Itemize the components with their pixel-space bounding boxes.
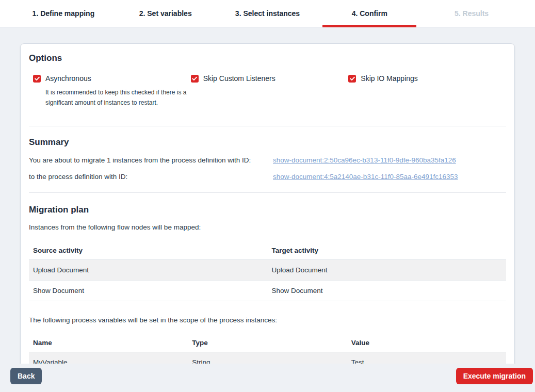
column-header-value: Value: [347, 335, 506, 352]
tab-label: 3. Select instances: [235, 9, 300, 18]
options-section: Options Asynchronous It is recommended t…: [29, 53, 506, 126]
table-cell: Show Document: [29, 281, 268, 301]
table-cell: Show Document: [268, 281, 507, 301]
option-asynchronous: Asynchronous It is recommended to keep t…: [33, 74, 191, 108]
variables-intro: The following process variables will be …: [29, 316, 506, 324]
options-grid: Asynchronous It is recommended to keep t…: [29, 74, 506, 108]
table-row: Show Document Show Document: [29, 281, 506, 301]
tab-set-variables[interactable]: 2. Set variables: [115, 0, 217, 27]
table-cell: Upload Document: [268, 260, 507, 281]
tab-label: 5. Results: [455, 9, 489, 18]
wizard-step-nav: 1. Define mapping 2. Set variables 3. Se…: [0, 0, 535, 27]
migration-plan-intro: Instances from the following flow nodes …: [29, 223, 506, 231]
tab-confirm[interactable]: 4. Confirm: [318, 0, 420, 27]
summary-row-target: to the process definition with ID: show-…: [29, 173, 506, 181]
tab-label: 4. Confirm: [352, 9, 387, 18]
summary-row-source: You are about to migrate 1 instances fro…: [29, 156, 506, 164]
target-definition-link[interactable]: show-document:4:5a2140ae-b31c-11f0-85aa-…: [273, 173, 458, 181]
table-cell: MyVariable: [29, 352, 188, 364]
skip-custom-listeners-checkbox[interactable]: Skip Custom Listeners: [191, 74, 349, 83]
option-skip-custom-listeners: Skip Custom Listeners: [191, 74, 349, 108]
activity-mapping-table: Source activity Target activity Upload D…: [29, 242, 506, 301]
variables-table: Name Type Value MyVariable String Test: [29, 335, 506, 364]
column-header-name: Name: [29, 335, 188, 352]
asynchronous-label: Asynchronous: [45, 74, 91, 83]
asynchronous-checkbox[interactable]: Asynchronous: [33, 74, 191, 83]
table-cell: Test: [347, 352, 506, 364]
tab-label: 2. Set variables: [139, 9, 192, 18]
summary-target-text: to the process definition with ID:: [29, 173, 273, 181]
asynchronous-helper-text: It is recommended to keep this checked i…: [45, 87, 191, 108]
checkbox-checked-icon[interactable]: [33, 75, 41, 83]
skip-io-mappings-label: Skip IO Mappings: [361, 74, 418, 83]
tab-label: 1. Define mapping: [33, 9, 95, 18]
options-heading: Options: [29, 53, 506, 63]
summary-section: Summary You are about to migrate 1 insta…: [29, 126, 506, 192]
table-row: Upload Document Upload Document: [29, 260, 506, 281]
skip-io-mappings-checkbox[interactable]: Skip IO Mappings: [348, 74, 506, 83]
column-header-target-activity: Target activity: [268, 242, 507, 260]
option-skip-io-mappings: Skip IO Mappings: [348, 74, 506, 108]
main-content: Options Asynchronous It is recommended t…: [0, 27, 535, 364]
table-row: MyVariable String Test: [29, 352, 506, 364]
execute-migration-button[interactable]: Execute migration: [456, 368, 533, 384]
table-cell: Upload Document: [29, 260, 268, 281]
migration-plan-heading: Migration plan: [29, 205, 506, 215]
column-header-type: Type: [188, 335, 347, 352]
tab-select-instances[interactable]: 3. Select instances: [217, 0, 319, 27]
summary-heading: Summary: [29, 137, 506, 148]
migration-plan-section: Migration plan Instances from the follow…: [29, 193, 506, 364]
wizard-footer: Back Execute migration: [0, 364, 535, 392]
checkbox-checked-icon[interactable]: [191, 75, 199, 83]
tab-define-mapping[interactable]: 1. Define mapping: [12, 0, 115, 27]
source-definition-link[interactable]: show-document:2:50ca96ec-b313-11f0-9dfe-…: [273, 156, 456, 164]
tab-results: 5. Results: [420, 0, 523, 27]
table-cell: String: [188, 352, 347, 364]
column-header-source-activity: Source activity: [29, 242, 268, 260]
active-tab-indicator: [322, 25, 416, 27]
table-header-row: Source activity Target activity: [29, 242, 506, 260]
checkbox-checked-icon[interactable]: [348, 75, 356, 83]
confirm-panel: Options Asynchronous It is recommended t…: [20, 43, 515, 364]
table-header-row: Name Type Value: [29, 335, 506, 352]
summary-source-text: You are about to migrate 1 instances fro…: [29, 156, 273, 164]
back-button[interactable]: Back: [10, 368, 42, 384]
skip-custom-listeners-label: Skip Custom Listeners: [203, 74, 275, 83]
